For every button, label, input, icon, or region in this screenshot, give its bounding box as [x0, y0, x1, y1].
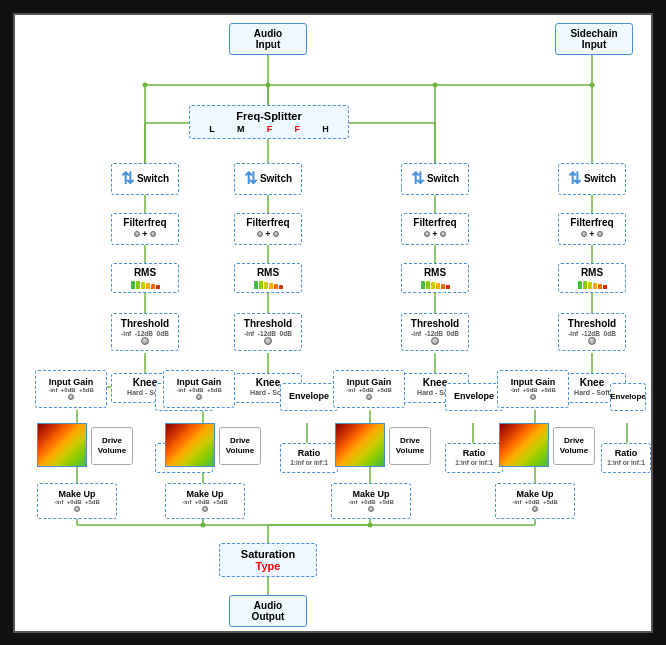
matrix-r-box	[335, 423, 385, 467]
envelope-m-label: Envelope	[289, 391, 329, 402]
saturation-node: Saturation Type	[219, 543, 317, 577]
rms-l-node: RMS	[111, 263, 179, 293]
ratio-m-node: Ratio 1:inf or inf:1	[280, 443, 338, 473]
knee-sc-label: Knee	[580, 377, 604, 389]
envelope-sc-label: Envelope	[610, 392, 646, 402]
rms-r-label: RMS	[424, 267, 446, 279]
ratio-sc-node: Ratio 1:inf or inf:1	[601, 443, 651, 473]
threshold-m-node: Threshold -inf -12dB 0dB	[234, 313, 302, 351]
filterfreq-r-node: Filterfreq +	[401, 213, 469, 245]
makeup-sc-label: Make Up	[516, 489, 553, 500]
threshold-l-node: Threshold -inf -12dB 0dB	[111, 313, 179, 351]
makeup-m-label: Make Up	[186, 489, 223, 500]
switch-sc-node: ⇅ Switch	[558, 163, 626, 195]
inputgain-l-label: Input Gain	[49, 377, 94, 388]
makeup-r-label: Make Up	[352, 489, 389, 500]
saturation-type-label: Type	[228, 560, 308, 572]
audio-input-label: Audio Input	[254, 28, 282, 50]
threshold-l-label: Threshold	[121, 318, 169, 330]
svg-point-14	[266, 82, 271, 87]
svg-point-10	[590, 82, 595, 87]
envelope-r-label: Envelope	[454, 391, 494, 402]
audio-input-box: Audio Input	[229, 23, 307, 55]
threshold-sc-label: Threshold	[568, 318, 616, 330]
threshold-r-label: Threshold	[411, 318, 459, 330]
threshold-m-label: Threshold	[244, 318, 292, 330]
rms-sc-node: RMS	[558, 263, 626, 293]
drive-volume-l-node: DriveVolume	[91, 427, 133, 465]
ratio-r-node: Ratio 1:inf or inf:1	[445, 443, 503, 473]
freq-splitter-box: Freq-Splitter L M F F H	[189, 105, 349, 139]
rms-r-node: RMS	[401, 263, 469, 293]
switch-l-label: Switch	[137, 173, 169, 185]
threshold-r-node: Threshold -inf -12dB 0dB	[401, 313, 469, 351]
audio-output-box: Audio Output	[229, 595, 307, 627]
knee-r-label: Knee	[423, 377, 447, 389]
inputgain-m-label: Input Gain	[177, 377, 222, 388]
threshold-sc-node: Threshold -inf -12dB 0dB	[558, 313, 626, 351]
filterfreq-sc-label: Filterfreq	[570, 217, 613, 229]
matrix-l-box	[37, 423, 87, 467]
audio-output-label: Audio Output	[252, 600, 285, 622]
filterfreq-r-label: Filterfreq	[413, 217, 456, 229]
makeup-r-node: Make Up -inf +0dB +5dB	[331, 483, 411, 519]
inputgain-sc-label: Input Gain	[511, 377, 556, 388]
svg-point-16	[433, 82, 438, 87]
switch-m-node: ⇅ Switch	[234, 163, 302, 195]
sidechain-input-box: Sidechain Input	[555, 23, 633, 55]
filterfreq-m-node: Filterfreq +	[234, 213, 302, 245]
rms-m-node: RMS	[234, 263, 302, 293]
rms-m-label: RMS	[257, 267, 279, 279]
filterfreq-l-label: Filterfreq	[123, 217, 166, 229]
switch-sc-label: Switch	[584, 173, 616, 185]
makeup-l-node: Make Up -inf +0dB +5dB	[37, 483, 117, 519]
ratio-sc-label: Ratio	[615, 448, 638, 459]
filterfreq-m-label: Filterfreq	[246, 217, 289, 229]
switch-r-node: ⇅ Switch	[401, 163, 469, 195]
switch-l-node: ⇅ Switch	[111, 163, 179, 195]
makeup-l-label: Make Up	[58, 489, 95, 500]
drive-volume-r-node: DriveVolume	[389, 427, 431, 465]
envelope-m-node: Envelope	[280, 383, 338, 411]
ratio-m-label: Ratio	[298, 448, 321, 459]
svg-point-56	[201, 522, 206, 527]
filterfreq-sc-node: Filterfreq +	[558, 213, 626, 245]
drive-volume-m-label: DriveVolume	[226, 436, 254, 455]
drive-volume-sc-node: DriveVolume	[553, 427, 595, 465]
inputgain-m-node: Input Gain -inf +0dB +5dB	[163, 370, 235, 408]
filterfreq-l-node: Filterfreq +	[111, 213, 179, 245]
makeup-m-node: Make Up -inf +0dB +5dB	[165, 483, 245, 519]
drive-volume-m-node: DriveVolume	[219, 427, 261, 465]
drive-volume-sc-label: DriveVolume	[560, 436, 588, 455]
matrix-m-box	[165, 423, 215, 467]
envelope-sc-node: Envelope	[610, 383, 646, 411]
saturation-label: Saturation	[228, 548, 308, 560]
inputgain-l-node: Input Gain -inf +0dB +5dB	[35, 370, 107, 408]
drive-volume-r-label: DriveVolume	[396, 436, 424, 455]
matrix-sc-box	[499, 423, 549, 467]
envelope-r-node: Envelope	[445, 383, 503, 411]
switch-m-label: Switch	[260, 173, 292, 185]
drive-volume-l-label: DriveVolume	[98, 436, 126, 455]
inputgain-sc-node: Input Gain -inf +0dB +5dB	[497, 370, 569, 408]
rms-sc-label: RMS	[581, 267, 603, 279]
ratio-r-label: Ratio	[463, 448, 486, 459]
svg-point-59	[368, 522, 373, 527]
knee-m-label: Knee	[256, 377, 280, 389]
rms-l-label: RMS	[134, 267, 156, 279]
inputgain-r-node: Input Gain -inf +0dB +5dB	[333, 370, 405, 408]
svg-point-11	[143, 82, 148, 87]
knee-l-label: Knee	[133, 377, 157, 389]
signal-flow-diagram: Audio Input Sidechain Input Freq-Splitte…	[13, 13, 653, 633]
inputgain-r-label: Input Gain	[347, 377, 392, 388]
sidechain-input-label: Sidechain Input	[570, 28, 617, 50]
freq-splitter-label: Freq-Splitter	[198, 110, 340, 122]
switch-r-label: Switch	[427, 173, 459, 185]
makeup-sc-node: Make Up -inf +0dB +5dB	[495, 483, 575, 519]
